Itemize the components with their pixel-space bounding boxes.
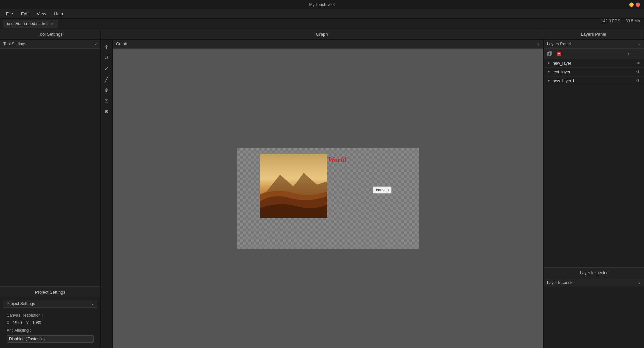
layers-toolbar: ↑ ↓ — [544, 49, 644, 59]
layer-inspector-label: Layer Inspector — [547, 280, 575, 285]
right-panel: Layers Panel ∨ ↑ ↓ ✦ new_la — [543, 40, 644, 348]
layer-gear-icon-0: ✦ — [547, 61, 551, 66]
layer-name-0: new_layer — [553, 61, 634, 66]
anti-aliasing-label: Anti Aliasing : — [7, 328, 31, 333]
fps-display: 142.0 FPS — [601, 19, 620, 23]
layers-panel-chevron[interactable]: ∨ — [638, 42, 641, 46]
project-settings-chevron[interactable]: ∨ — [91, 302, 94, 306]
tool-draw[interactable]: ╱ — [102, 74, 111, 84]
layer-item-0[interactable]: ✦ new_layer 👁 — [544, 59, 644, 68]
layers-delete-btn[interactable] — [555, 50, 563, 57]
desert-svg — [260, 154, 327, 218]
project-settings-content: Canvas Resolution : X : 1920 Y : 1080 An… — [3, 310, 97, 345]
window-controls — [629, 2, 640, 7]
y-value: 1080 — [32, 320, 41, 325]
layer-visibility-2[interactable]: 👁 — [636, 78, 641, 83]
graph-chevron[interactable]: ∨ — [537, 42, 540, 46]
canvas-viewport[interactable]: Hello World — [113, 49, 543, 348]
canvas-image — [260, 154, 327, 218]
stats-bar: 142.0 FPS 39.5 Mb — [601, 19, 640, 23]
tabbar: user://unnamed.mt.tres × — [0, 19, 644, 29]
anti-aliasing-row: Anti Aliasing : — [7, 328, 94, 333]
tool-settings-panel-header: Tool Settings — [0, 29, 101, 39]
graph-inner-header: Graph ∨ — [113, 40, 543, 49]
layers-panel-section-header[interactable]: Layers Panel ∨ — [544, 40, 644, 49]
menu-edit[interactable]: Edit — [18, 10, 32, 17]
file-tab-name: user://unnamed.mt.tres — [7, 21, 48, 26]
project-settings-collapse[interactable]: Project Settings ∨ — [3, 300, 97, 308]
y-label: Y : — [26, 320, 31, 325]
layer-name-1: text_layer — [553, 70, 634, 74]
layers-panel-section: Layers Panel ∨ ↑ ↓ ✦ new_la — [544, 40, 644, 267]
tool-settings-section-header[interactable]: Tool Settings ∨ — [0, 40, 100, 49]
layer-inspector-section: Layer Inspector Layer Inspector ∨ — [544, 267, 644, 348]
aa-dropdown-chevron: ∨ — [43, 337, 46, 341]
canvas-tooltip: canvas — [373, 186, 392, 194]
layer-visibility-0[interactable]: 👁 — [636, 61, 641, 66]
menu-view[interactable]: View — [33, 10, 49, 17]
layer-inspector-section-header[interactable]: Layer Inspector ∨ — [544, 278, 644, 287]
aa-dropdown[interactable]: Disabled (Fastest) ∨ — [7, 335, 94, 343]
tool-rotate[interactable]: ↺ — [102, 53, 111, 62]
panel-headers: Tool Settings Graph Layers Panel — [0, 29, 644, 40]
aa-value: Disabled (Fastest) — [9, 337, 42, 341]
toolbar: ✛ ↺ ⤢ ╱ ⊛ ⊡ ⊕ — [101, 40, 113, 348]
graph-section: Graph ∨ Hello World — [113, 40, 543, 348]
project-settings-section: Project Settings ∨ Canvas Resolution : X… — [0, 297, 100, 348]
app-title: My Touch v0.4 — [309, 2, 335, 7]
layer-gear-icon-1: ✦ — [547, 69, 551, 74]
project-settings-label: Project Settings — [7, 301, 35, 306]
layer-gear-icon-2: ✦ — [547, 78, 551, 83]
project-settings-tab-header[interactable]: Project Settings — [0, 287, 100, 297]
file-tab[interactable]: user://unnamed.mt.tres × — [3, 20, 58, 28]
layer-item-2[interactable]: ✦ new_layer 1 👁 — [544, 77, 644, 85]
layer-inspector-panel-header: Layer Inspector — [544, 267, 644, 278]
tool-select[interactable]: ⊡ — [102, 96, 111, 105]
canvas-area[interactable]: Hello World — [237, 148, 419, 249]
menubar: File Edit View Help 142.0 FPS 39.5 Mb — [0, 9, 644, 19]
layers-new-btn[interactable] — [546, 50, 554, 57]
memory-display: 39.5 Mb — [626, 19, 640, 23]
tool-settings-section: Tool Settings ∨ — [0, 40, 100, 287]
x-value: 1920 — [13, 320, 22, 325]
delete-icon — [556, 51, 562, 56]
tool-add[interactable]: ⊕ — [102, 107, 111, 116]
graph-panel-header: Graph — [101, 29, 543, 39]
menu-help[interactable]: Help — [51, 10, 66, 17]
menu-file[interactable]: File — [3, 10, 16, 17]
titlebar: My Touch v0.4 — [0, 0, 644, 9]
canvas-resolution-label: Canvas Resolution : — [7, 313, 43, 318]
canvas-resolution-row: Canvas Resolution : — [7, 313, 94, 318]
canvas-resolution-values: X : 1920 Y : 1080 — [7, 320, 94, 325]
main-content: Tool Settings ∨ Project Settings Project… — [0, 40, 644, 348]
tool-settings-chevron[interactable]: ∨ — [94, 42, 97, 46]
minimize-button[interactable] — [629, 2, 634, 7]
close-button[interactable] — [636, 2, 640, 7]
layer-inspector-chevron[interactable]: ∨ — [638, 281, 641, 285]
layers-move-down-btn[interactable]: ↓ — [634, 50, 642, 57]
left-panel: Tool Settings ∨ Project Settings Project… — [0, 40, 101, 348]
x-label: X : — [7, 320, 12, 325]
layers-move-up-btn[interactable]: ↑ — [625, 50, 633, 57]
copy-icon — [547, 51, 552, 56]
x-coord-pair: X : 1920 — [7, 320, 22, 325]
layers-panel-label: Layers Panel — [547, 42, 571, 46]
file-tab-close[interactable]: × — [51, 21, 54, 27]
tool-move[interactable]: ✛ — [102, 42, 111, 52]
tool-scale[interactable]: ⤢ — [102, 64, 111, 73]
tool-settings-label: Tool Settings — [3, 42, 26, 46]
y-coord-pair: Y : 1080 — [26, 320, 41, 325]
graph-label: Graph — [116, 42, 127, 46]
layer-name-2: new_layer 1 — [553, 79, 634, 83]
tool-paint[interactable]: ⊛ — [102, 85, 111, 95]
layer-item-1[interactable]: ✦ text_layer 👁 — [544, 68, 644, 77]
layers-panel-header-top: Layers Panel — [543, 29, 644, 39]
layer-visibility-1[interactable]: 👁 — [636, 69, 641, 74]
